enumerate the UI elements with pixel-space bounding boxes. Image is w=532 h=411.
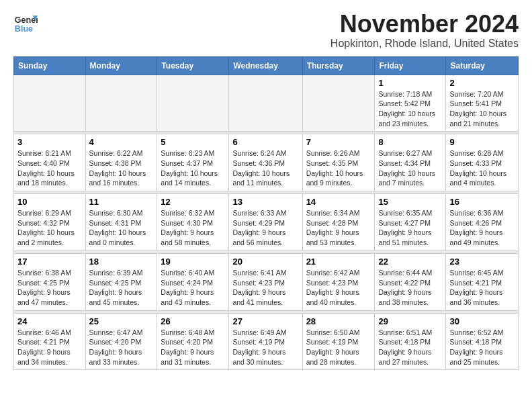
calendar-cell: 15Sunrise: 6:35 AM Sunset: 4:27 PM Dayli… [375, 194, 446, 251]
calendar-cell: 25Sunrise: 6:47 AM Sunset: 4:20 PM Dayli… [85, 313, 157, 370]
day-info: Sunrise: 6:28 AM Sunset: 4:33 PM Dayligh… [449, 148, 515, 188]
day-info: Sunrise: 6:30 AM Sunset: 4:31 PM Dayligh… [89, 208, 154, 248]
calendar-cell [229, 75, 302, 132]
day-number: 12 [161, 197, 225, 207]
day-number: 6 [232, 137, 298, 147]
day-info: Sunrise: 6:45 AM Sunset: 4:21 PM Dayligh… [449, 268, 515, 308]
calendar-cell: 13Sunrise: 6:33 AM Sunset: 4:29 PM Dayli… [229, 194, 302, 251]
calendar-cell: 9Sunrise: 6:28 AM Sunset: 4:33 PM Daylig… [446, 134, 519, 191]
day-info: Sunrise: 6:40 AM Sunset: 4:24 PM Dayligh… [161, 268, 225, 308]
day-info: Sunrise: 6:42 AM Sunset: 4:23 PM Dayligh… [306, 268, 371, 308]
day-info: Sunrise: 6:44 AM Sunset: 4:22 PM Dayligh… [378, 268, 442, 308]
day-number: 1 [378, 78, 442, 88]
day-info: Sunrise: 6:24 AM Sunset: 4:36 PM Dayligh… [232, 148, 298, 188]
calendar-week-4: 17Sunrise: 6:38 AM Sunset: 4:25 PM Dayli… [14, 253, 519, 310]
day-info: Sunrise: 6:33 AM Sunset: 4:29 PM Dayligh… [232, 208, 298, 248]
day-info: Sunrise: 6:41 AM Sunset: 4:23 PM Dayligh… [232, 268, 298, 308]
day-number: 25 [89, 316, 154, 326]
day-info: Sunrise: 6:21 AM Sunset: 4:40 PM Dayligh… [17, 148, 82, 188]
location-title: Hopkinton, Rhode Island, United States [330, 38, 519, 50]
calendar-cell: 8Sunrise: 6:27 AM Sunset: 4:34 PM Daylig… [375, 134, 446, 191]
day-number: 23 [449, 257, 515, 267]
day-info: Sunrise: 6:23 AM Sunset: 4:37 PM Dayligh… [161, 148, 225, 188]
calendar-cell [157, 75, 229, 132]
calendar-table: SundayMondayTuesdayWednesdayThursdayFrid… [13, 56, 519, 371]
calendar-cell: 17Sunrise: 6:38 AM Sunset: 4:25 PM Dayli… [14, 253, 86, 310]
title-area: November 2024 Hopkinton, Rhode Island, U… [330, 11, 519, 50]
day-info: Sunrise: 6:34 AM Sunset: 4:28 PM Dayligh… [306, 208, 371, 248]
month-title: November 2024 [330, 11, 519, 38]
column-header-thursday: Thursday [302, 56, 375, 75]
logo: General Blue [13, 11, 38, 35]
day-number: 5 [161, 137, 225, 147]
day-number: 29 [378, 316, 442, 326]
calendar-cell: 2Sunrise: 7:20 AM Sunset: 5:41 PM Daylig… [446, 75, 519, 132]
day-number: 8 [378, 137, 442, 147]
day-number: 11 [89, 197, 154, 207]
calendar-cell: 5Sunrise: 6:23 AM Sunset: 4:37 PM Daylig… [157, 134, 229, 191]
day-number: 3 [17, 137, 82, 147]
day-info: Sunrise: 6:26 AM Sunset: 4:35 PM Dayligh… [306, 148, 371, 188]
calendar-cell: 30Sunrise: 6:52 AM Sunset: 4:18 PM Dayli… [446, 313, 519, 370]
calendar-cell: 4Sunrise: 6:22 AM Sunset: 4:38 PM Daylig… [85, 134, 157, 191]
day-number: 21 [306, 257, 371, 267]
calendar-cell [14, 75, 86, 132]
day-info: Sunrise: 6:36 AM Sunset: 4:26 PM Dayligh… [449, 208, 515, 248]
calendar-cell: 11Sunrise: 6:30 AM Sunset: 4:31 PM Dayli… [85, 194, 157, 251]
calendar-week-1: 1Sunrise: 7:18 AM Sunset: 5:42 PM Daylig… [14, 75, 519, 132]
day-info: Sunrise: 6:39 AM Sunset: 4:25 PM Dayligh… [89, 268, 154, 308]
day-info: Sunrise: 6:49 AM Sunset: 4:19 PM Dayligh… [232, 328, 298, 367]
day-info: Sunrise: 6:48 AM Sunset: 4:20 PM Dayligh… [161, 328, 225, 367]
calendar-cell [85, 75, 157, 132]
day-number: 19 [161, 257, 225, 267]
column-header-wednesday: Wednesday [229, 56, 302, 75]
day-number: 17 [17, 257, 82, 267]
day-info: Sunrise: 7:18 AM Sunset: 5:42 PM Dayligh… [378, 89, 442, 129]
calendar-cell: 12Sunrise: 6:32 AM Sunset: 4:30 PM Dayli… [157, 194, 229, 251]
calendar-cell: 24Sunrise: 6:46 AM Sunset: 4:21 PM Dayli… [14, 313, 86, 370]
column-header-tuesday: Tuesday [157, 56, 229, 75]
calendar-week-5: 24Sunrise: 6:46 AM Sunset: 4:21 PM Dayli… [14, 313, 519, 370]
calendar-cell [302, 75, 375, 132]
calendar-cell: 18Sunrise: 6:39 AM Sunset: 4:25 PM Dayli… [85, 253, 157, 310]
day-info: Sunrise: 6:32 AM Sunset: 4:30 PM Dayligh… [161, 208, 225, 248]
svg-text:Blue: Blue [15, 24, 33, 34]
day-number: 15 [378, 197, 442, 207]
calendar-cell: 26Sunrise: 6:48 AM Sunset: 4:20 PM Dayli… [157, 313, 229, 370]
day-number: 10 [17, 197, 82, 207]
day-number: 2 [449, 78, 515, 88]
calendar-cell: 7Sunrise: 6:26 AM Sunset: 4:35 PM Daylig… [302, 134, 375, 191]
calendar-cell: 20Sunrise: 6:41 AM Sunset: 4:23 PM Dayli… [229, 253, 302, 310]
calendar-header-row: SundayMondayTuesdayWednesdayThursdayFrid… [14, 56, 519, 75]
calendar-cell: 19Sunrise: 6:40 AM Sunset: 4:24 PM Dayli… [157, 253, 229, 310]
day-number: 28 [306, 316, 371, 326]
day-number: 14 [306, 197, 371, 207]
day-info: Sunrise: 6:35 AM Sunset: 4:27 PM Dayligh… [378, 208, 442, 248]
day-info: Sunrise: 7:20 AM Sunset: 5:41 PM Dayligh… [449, 89, 515, 129]
calendar-cell: 16Sunrise: 6:36 AM Sunset: 4:26 PM Dayli… [446, 194, 519, 251]
calendar-cell: 3Sunrise: 6:21 AM Sunset: 4:40 PM Daylig… [14, 134, 86, 191]
calendar-week-3: 10Sunrise: 6:29 AM Sunset: 4:32 PM Dayli… [14, 194, 519, 251]
day-info: Sunrise: 6:51 AM Sunset: 4:18 PM Dayligh… [378, 328, 442, 367]
calendar-cell: 14Sunrise: 6:34 AM Sunset: 4:28 PM Dayli… [302, 194, 375, 251]
day-number: 18 [89, 257, 154, 267]
calendar-cell: 6Sunrise: 6:24 AM Sunset: 4:36 PM Daylig… [229, 134, 302, 191]
day-info: Sunrise: 6:52 AM Sunset: 4:18 PM Dayligh… [449, 328, 515, 367]
calendar-cell: 28Sunrise: 6:50 AM Sunset: 4:19 PM Dayli… [302, 313, 375, 370]
day-info: Sunrise: 6:46 AM Sunset: 4:21 PM Dayligh… [17, 328, 82, 367]
logo-icon: General Blue [13, 11, 38, 35]
calendar-cell: 22Sunrise: 6:44 AM Sunset: 4:22 PM Dayli… [375, 253, 446, 310]
calendar-cell: 1Sunrise: 7:18 AM Sunset: 5:42 PM Daylig… [375, 75, 446, 132]
calendar-cell: 27Sunrise: 6:49 AM Sunset: 4:19 PM Dayli… [229, 313, 302, 370]
day-info: Sunrise: 6:47 AM Sunset: 4:20 PM Dayligh… [89, 328, 154, 367]
day-number: 9 [449, 137, 515, 147]
day-number: 4 [89, 137, 154, 147]
day-number: 27 [232, 316, 298, 326]
calendar-week-2: 3Sunrise: 6:21 AM Sunset: 4:40 PM Daylig… [14, 134, 519, 191]
day-info: Sunrise: 6:29 AM Sunset: 4:32 PM Dayligh… [17, 208, 82, 248]
column-header-monday: Monday [85, 56, 157, 75]
day-info: Sunrise: 6:50 AM Sunset: 4:19 PM Dayligh… [306, 328, 371, 367]
column-header-friday: Friday [375, 56, 446, 75]
day-number: 30 [449, 316, 515, 326]
calendar-cell: 23Sunrise: 6:45 AM Sunset: 4:21 PM Dayli… [446, 253, 519, 310]
